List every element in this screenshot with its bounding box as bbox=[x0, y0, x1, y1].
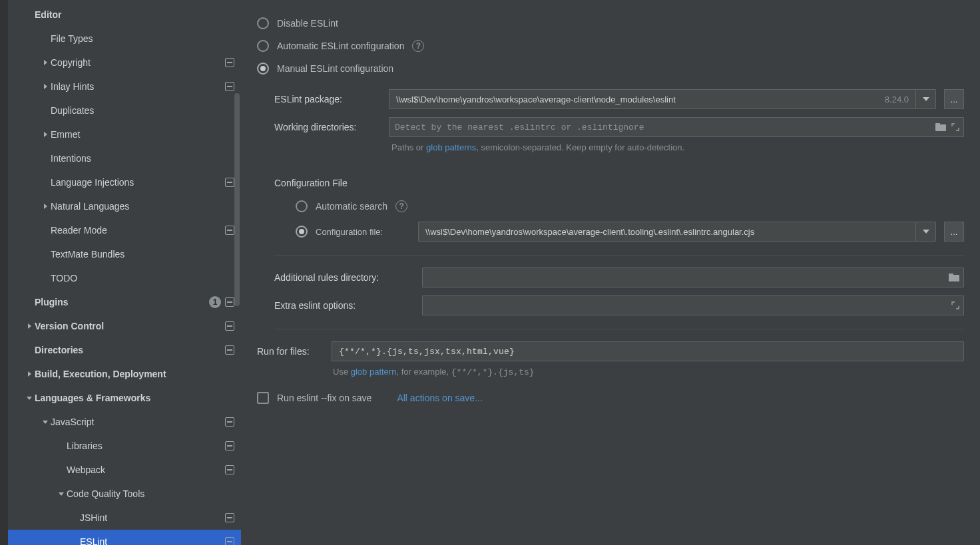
chevron-right-icon[interactable] bbox=[24, 321, 35, 331]
run-for-files-field[interactable] bbox=[338, 346, 958, 357]
chevron-down-icon[interactable] bbox=[40, 417, 51, 427]
tree-item-intentions[interactable]: Intentions bbox=[8, 146, 241, 170]
radio-config-file[interactable] bbox=[296, 226, 308, 238]
tree-item-label: Directories bbox=[35, 345, 225, 355]
tree-item-inlay-hints[interactable]: Inlay Hints bbox=[8, 75, 241, 98]
tree-item-reader-mode[interactable]: Reader Mode bbox=[8, 218, 241, 242]
tree-item-label: Copyright bbox=[51, 57, 225, 68]
extra-options-field[interactable] bbox=[428, 300, 958, 311]
tree-item-libraries[interactable]: Libraries bbox=[8, 434, 241, 458]
tree-item-eslint[interactable]: ESLint bbox=[8, 530, 241, 545]
tree-item-label: File Types bbox=[51, 33, 234, 44]
scope-icon bbox=[225, 82, 234, 91]
scope-icon bbox=[225, 58, 234, 67]
tree-item-version-control[interactable]: Version Control bbox=[8, 314, 241, 338]
radio-icon bbox=[296, 200, 308, 212]
tree-item-plugins[interactable]: Plugins1 bbox=[8, 290, 241, 314]
tree-item-code-quality-tools[interactable]: Code Quality Tools bbox=[8, 482, 241, 506]
tree-item-directories[interactable]: Directories bbox=[8, 338, 241, 362]
tree-item-label: Version Control bbox=[35, 321, 225, 331]
tree-item-label: Editor bbox=[35, 9, 234, 20]
run-for-files-input[interactable] bbox=[332, 341, 964, 361]
tree-item-label: Reader Mode bbox=[51, 225, 225, 236]
radio-auto-eslint[interactable]: Automatic ESLint configuration ? bbox=[257, 35, 964, 57]
scope-icon bbox=[225, 297, 234, 307]
tree-item-language-injections[interactable]: Language Injections bbox=[8, 170, 241, 194]
scope-icon bbox=[225, 321, 234, 331]
tree-item-label: Intentions bbox=[51, 153, 234, 164]
radio-label: Automatic ESLint configuration bbox=[277, 41, 404, 51]
config-file-input[interactable] bbox=[418, 222, 936, 242]
eslint-package-field[interactable] bbox=[389, 94, 878, 104]
config-file-browse-button[interactable]: ... bbox=[944, 222, 964, 242]
dropdown-icon[interactable] bbox=[915, 222, 935, 241]
tree-item-duplicates[interactable]: Duplicates bbox=[8, 98, 241, 122]
config-file-label: Configuration file: bbox=[316, 227, 410, 237]
eslint-package-browse-button[interactable]: ... bbox=[944, 89, 964, 109]
radio-auto-search[interactable]: Automatic search ? bbox=[296, 195, 964, 218]
left-gutter bbox=[0, 0, 8, 545]
tree-item-build-execution-deployment[interactable]: Build, Execution, Deployment bbox=[8, 362, 241, 386]
additional-rules-input[interactable] bbox=[422, 268, 964, 287]
radio-icon bbox=[257, 40, 269, 52]
placeholder: Detect by the nearest .eslintrc or .esli… bbox=[395, 122, 644, 132]
tree-item-label: TODO bbox=[51, 273, 234, 283]
working-directories-label: Working directories: bbox=[274, 122, 381, 132]
tree-item-webpack[interactable]: Webpack bbox=[8, 458, 241, 482]
settings-tree: EditorFile TypesCopyrightInlay HintsDupl… bbox=[8, 0, 241, 545]
glob-pattern-link[interactable]: glob pattern bbox=[351, 367, 397, 377]
radio-icon bbox=[257, 63, 269, 75]
radio-icon bbox=[257, 17, 269, 29]
tree-item-javascript[interactable]: JavaScript bbox=[8, 410, 241, 434]
tree-item-emmet[interactable]: Emmet bbox=[8, 122, 241, 146]
tree-item-editor[interactable]: Editor bbox=[8, 3, 241, 27]
help-icon[interactable]: ? bbox=[412, 40, 424, 52]
tree-item-jshint[interactable]: JSHint bbox=[8, 506, 241, 530]
radio-disable-eslint[interactable]: Disable ESLint bbox=[257, 12, 964, 35]
working-directories-input[interactable]: Detect by the nearest .eslintrc or .esli… bbox=[389, 117, 964, 137]
radio-manual-eslint[interactable]: Manual ESLint configuration bbox=[257, 57, 964, 80]
scope-icon bbox=[225, 441, 234, 451]
chevron-right-icon[interactable] bbox=[24, 369, 35, 379]
additional-rules-field[interactable] bbox=[428, 272, 958, 283]
chevron-right-icon[interactable] bbox=[40, 57, 51, 68]
tree-item-label: Libraries bbox=[67, 441, 225, 451]
tree-item-natural-languages[interactable]: Natural Languages bbox=[8, 194, 241, 218]
tree-item-label: Inlay Hints bbox=[51, 81, 225, 92]
run-for-files-label: Run for files: bbox=[257, 346, 324, 357]
tree-item-textmate-bundles[interactable]: TextMate Bundles bbox=[8, 242, 241, 266]
eslint-package-input[interactable]: 8.24.0 bbox=[389, 89, 936, 109]
sidebar-scrollbar[interactable] bbox=[234, 93, 240, 306]
dropdown-icon[interactable] bbox=[915, 90, 935, 108]
help-icon[interactable]: ? bbox=[395, 200, 407, 212]
expand-icon[interactable] bbox=[951, 301, 959, 309]
chevron-right-icon[interactable] bbox=[40, 129, 51, 140]
scope-icon bbox=[225, 417, 234, 427]
tree-item-label: JSHint bbox=[80, 512, 225, 523]
folder-icon[interactable] bbox=[949, 273, 959, 281]
config-file-field[interactable] bbox=[419, 227, 915, 237]
fix-on-save-label: Run eslint --fix on save bbox=[277, 393, 371, 403]
scope-icon bbox=[225, 345, 234, 355]
tree-item-file-types[interactable]: File Types bbox=[8, 27, 241, 51]
expand-icon[interactable] bbox=[951, 123, 959, 131]
radio-label: Disable ESLint bbox=[277, 18, 338, 29]
chevron-right-icon[interactable] bbox=[40, 201, 51, 212]
all-actions-on-save-link[interactable]: All actions on save... bbox=[397, 393, 482, 403]
eslint-package-label: ESLint package: bbox=[274, 94, 381, 104]
tree-item-label: Emmet bbox=[51, 129, 234, 140]
folder-icon[interactable] bbox=[935, 123, 946, 131]
tree-item-copyright[interactable]: Copyright bbox=[8, 51, 241, 75]
tree-item-todo[interactable]: TODO bbox=[8, 266, 241, 290]
extra-options-input[interactable] bbox=[422, 295, 964, 315]
chevron-down-icon[interactable] bbox=[56, 488, 67, 499]
chevron-right-icon[interactable] bbox=[40, 81, 51, 92]
scope-icon bbox=[225, 513, 234, 522]
glob-patterns-link[interactable]: glob patterns bbox=[426, 142, 476, 152]
radio-label: Manual ESLint configuration bbox=[277, 63, 393, 74]
chevron-down-icon[interactable] bbox=[24, 393, 35, 403]
tree-item-label: Webpack bbox=[67, 464, 225, 475]
tree-item-languages-frameworks[interactable]: Languages & Frameworks bbox=[8, 386, 241, 410]
fix-on-save-checkbox[interactable] bbox=[257, 392, 269, 404]
eslint-package-version: 8.24.0 bbox=[878, 94, 915, 104]
